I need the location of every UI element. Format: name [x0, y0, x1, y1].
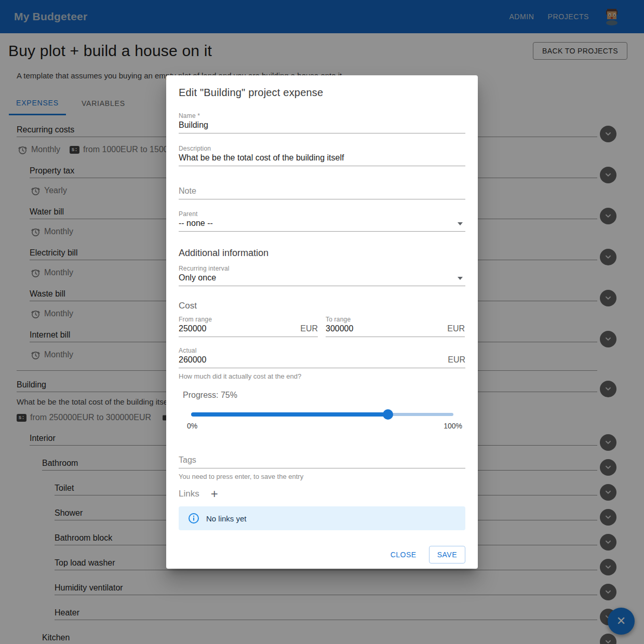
- tags-input[interactable]: Tags: [179, 454, 465, 468]
- recurring-interval-label: Recurring interval: [179, 265, 465, 272]
- actual-label: Actual: [179, 347, 465, 354]
- slider-scale: 0% 100%: [187, 422, 462, 430]
- no-links-message: No links yet: [206, 514, 247, 523]
- name-input[interactable]: Building: [179, 119, 465, 133]
- description-label: Description: [179, 145, 465, 152]
- tags-helper-text: You need to press enter, to save the ent…: [179, 473, 465, 480]
- description-input[interactable]: What be be the total cost of the buildin…: [179, 152, 465, 166]
- actual-value: 260000: [179, 355, 206, 364]
- recurring-interval-value: Only once: [179, 273, 216, 282]
- from-range-label: From range: [179, 316, 318, 323]
- close-button[interactable]: CLOSE: [382, 546, 425, 564]
- parent-select[interactable]: -- none --: [179, 218, 465, 232]
- to-range-label: To range: [326, 316, 465, 323]
- from-range-value: 250000: [179, 324, 206, 333]
- slider-thumb[interactable]: [383, 409, 393, 420]
- no-links-banner: No links yet: [179, 506, 465, 530]
- name-label: Name *: [179, 112, 465, 119]
- from-range-currency: EUR: [300, 324, 318, 333]
- info-icon: [188, 513, 199, 524]
- to-range-currency: EUR: [447, 324, 465, 333]
- progress-label: Progress: 75%: [183, 391, 465, 400]
- actual-helper-text: How much did it actually cost at the end…: [179, 372, 465, 380]
- to-range-value: 300000: [326, 324, 353, 333]
- progress-slider[interactable]: [191, 409, 453, 420]
- to-range-input[interactable]: 300000 EUR: [326, 323, 465, 337]
- recurring-interval-select[interactable]: Only once: [179, 272, 465, 286]
- parent-label: Parent: [179, 210, 465, 218]
- dialog-title: Edit "Building" project expense: [179, 87, 465, 99]
- from-range-input[interactable]: 250000 EUR: [179, 323, 318, 337]
- note-input[interactable]: Note: [179, 185, 465, 199]
- slider-max-label: 100%: [444, 422, 462, 430]
- actual-currency: EUR: [448, 355, 465, 365]
- edit-expense-dialog: Edit "Building" project expense Name * B…: [166, 75, 478, 569]
- slider-min-label: 0%: [187, 422, 197, 430]
- dropdown-arrow-icon: [458, 222, 463, 225]
- save-button[interactable]: SAVE: [429, 546, 465, 564]
- cost-heading: Cost: [179, 301, 465, 311]
- actual-input[interactable]: 260000 EUR: [179, 354, 465, 368]
- dropdown-arrow-icon: [458, 277, 463, 280]
- add-link-button[interactable]: +: [211, 489, 218, 499]
- progress-slider-fill: [191, 412, 388, 417]
- additional-information-heading: Additional information: [179, 248, 465, 259]
- parent-selected-value: -- none --: [179, 219, 213, 227]
- links-label: Links: [179, 489, 199, 499]
